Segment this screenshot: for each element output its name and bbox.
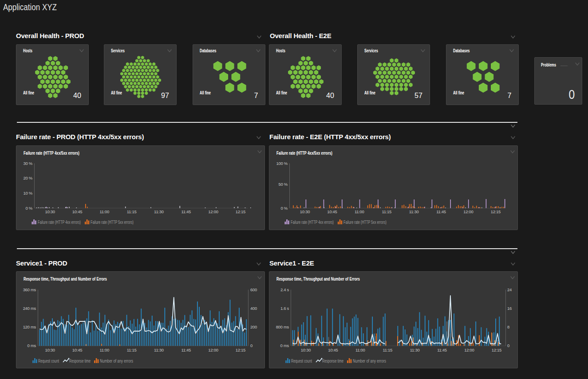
svg-text:360 ms: 360 ms [23, 287, 36, 292]
svg-text:10:45: 10:45 [72, 348, 82, 352]
svg-text:Number of any errors: Number of any errors [353, 359, 386, 363]
svg-text:12:00: 12:00 [463, 209, 473, 214]
svg-text:12:00: 12:00 [464, 348, 474, 352]
svg-text:12:00: 12:00 [208, 348, 218, 352]
svg-text:400: 400 [250, 306, 257, 311]
svg-text:Failure rate (HTTP 5xx errors): Failure rate (HTTP 5xx errors) [91, 220, 134, 225]
svg-text:11:00: 11:00 [355, 209, 364, 214]
svg-text:0 ms: 0 ms [280, 343, 289, 348]
svg-text:20 %: 20 % [24, 176, 33, 180]
svg-text:10:30: 10:30 [45, 348, 55, 352]
svg-text:11:15: 11:15 [383, 348, 392, 352]
svg-text:11:00: 11:00 [100, 348, 110, 352]
svg-text:16: 16 [507, 306, 512, 311]
svg-text:8: 8 [507, 324, 509, 329]
svg-text:120 ms: 120 ms [23, 324, 36, 329]
svg-text:Response time, Throughput and: Response time, Throughput and Number of … [24, 276, 107, 281]
svg-text:800 ms: 800 ms [276, 324, 289, 329]
svg-text:11:30: 11:30 [409, 209, 419, 214]
svg-text:10:45: 10:45 [72, 209, 82, 214]
svg-text:11:15: 11:15 [127, 348, 137, 352]
svg-text:600: 600 [250, 287, 257, 292]
svg-text:12:15: 12:15 [492, 348, 501, 352]
svg-text:10:30: 10:30 [301, 348, 311, 352]
svg-text:11:00: 11:00 [100, 209, 110, 214]
svg-text:0 %: 0 % [26, 206, 33, 211]
svg-text:11:45: 11:45 [437, 348, 447, 352]
svg-text:11:15: 11:15 [127, 209, 137, 214]
svg-text:11:15: 11:15 [382, 209, 391, 214]
svg-text:Response time: Response time [69, 359, 91, 363]
svg-text:11:30: 11:30 [154, 209, 164, 214]
svg-text:11:45: 11:45 [181, 348, 191, 352]
svg-text:0: 0 [507, 343, 509, 348]
svg-text:Failure rate (HTTP 5xx errors): Failure rate (HTTP 5xx errors) [343, 220, 387, 225]
svg-text:12:00: 12:00 [208, 209, 218, 214]
svg-text:1.6 s: 1.6 s [280, 306, 289, 311]
svg-text:Response time, Throughput and: Response time, Throughput and Number of … [276, 276, 360, 281]
svg-text:11:30: 11:30 [410, 348, 420, 352]
svg-text:10:30: 10:30 [45, 209, 55, 214]
svg-text:10 %: 10 % [24, 191, 33, 195]
svg-text:Failure rate (HTTP 4xx errors): Failure rate (HTTP 4xx errors) [38, 220, 81, 225]
svg-text:0 %: 0 % [281, 206, 288, 211]
svg-text:50 %: 50 % [279, 182, 288, 187]
svg-text:Request count: Request count [291, 359, 312, 363]
svg-text:12:15: 12:15 [236, 348, 245, 352]
svg-text:240 ms: 240 ms [23, 306, 36, 311]
svg-text:100 %: 100 % [276, 161, 288, 166]
svg-text:12:15: 12:15 [491, 209, 501, 214]
svg-text:11:45: 11:45 [436, 209, 446, 214]
svg-text:12:15: 12:15 [236, 209, 245, 214]
svg-text:2.4 s: 2.4 s [280, 287, 289, 292]
svg-text:30 %: 30 % [24, 161, 33, 166]
svg-text:Failure rate (HTTP 4xx errors): Failure rate (HTTP 4xx errors) [291, 220, 334, 225]
svg-text:Failure rate (HTTP 4xx/5xx err: Failure rate (HTTP 4xx/5xx errors) [24, 150, 79, 156]
svg-text:0: 0 [250, 343, 253, 348]
svg-text:11:00: 11:00 [355, 348, 365, 352]
svg-text:11:45: 11:45 [181, 209, 191, 214]
svg-text:10:45: 10:45 [328, 348, 338, 352]
svg-text:Request count: Request count [38, 359, 59, 363]
svg-text:Number of any errors: Number of any errors [100, 359, 133, 363]
svg-text:Failure rate (HTTP 4xx/5xx err: Failure rate (HTTP 4xx/5xx errors) [276, 150, 332, 156]
svg-text:0 ms: 0 ms [28, 343, 36, 348]
svg-text:10:45: 10:45 [327, 209, 337, 214]
svg-text:24: 24 [507, 287, 512, 292]
svg-text:10:30: 10:30 [300, 209, 310, 214]
svg-text:11:30: 11:30 [154, 348, 164, 352]
svg-text:200: 200 [250, 324, 257, 329]
svg-text:Response time: Response time [322, 359, 343, 363]
